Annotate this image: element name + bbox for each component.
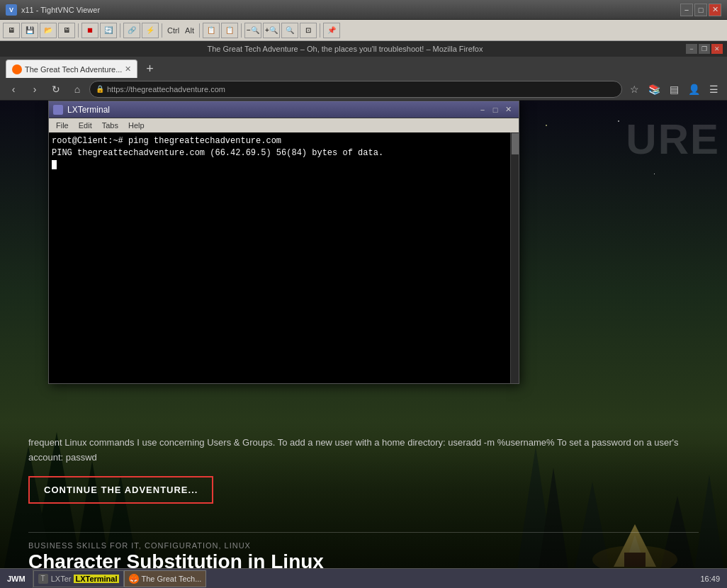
tb-sep-5 <box>241 23 242 38</box>
taskbar-firefox-label: The Great Tech... <box>142 575 202 583</box>
vnc-icon: V <box>6 4 17 16</box>
vnc-tb-alt[interactable]: Alt <box>183 26 196 35</box>
tb-sep-2 <box>120 23 120 38</box>
vnc-close-btn[interactable]: ✕ <box>709 4 721 16</box>
vnc-tb-link[interactable]: 🔗 <box>123 23 140 38</box>
vnc-tb-conn[interactable]: 🖥 <box>58 23 75 38</box>
vnc-tb-zoom-fit[interactable]: 🔍 <box>281 23 298 38</box>
vnc-tb-open[interactable]: 📂 <box>40 23 57 38</box>
firefox-forward-btn[interactable]: › <box>26 80 44 98</box>
site-heading-partial: URE <box>626 115 720 164</box>
lxt-menubar: File Edit Tabs Help <box>49 118 519 132</box>
lxt-menu-tabs[interactable]: Tabs <box>98 119 123 132</box>
firefox-back-btn[interactable]: ‹ <box>4 80 23 98</box>
firefox-maximize-btn[interactable]: ❐ <box>699 44 710 54</box>
terminal-cursor-line <box>52 159 516 169</box>
lxt-terminal-body[interactable]: root@Client:~# ping thegreattechadventur… <box>49 132 519 383</box>
tb-sep-1 <box>78 23 79 38</box>
terminal-line-2: PING thegreattechadventure.com (66.42.69… <box>52 147 516 159</box>
vnc-window: V x11 - TightVNC Viewer − □ ✕ 🖥 💾 📂 🖥 ⏹ … <box>0 0 727 588</box>
firefox-secure-icon: 🔒 <box>96 85 104 93</box>
lxt-scrollbar[interactable] <box>510 132 519 383</box>
firefox-new-tab-btn[interactable]: + <box>140 60 159 78</box>
taskbar-lxt-highlight: LXTerminal <box>74 575 118 583</box>
lxt-menu-edit[interactable]: Edit <box>74 119 96 132</box>
lxterminal-window: LXTerminal − □ ✕ File Edit Tabs Help roo… <box>48 101 519 384</box>
firefox-favicon <box>12 64 22 74</box>
vnc-tb-zoom-in[interactable]: +🔍 <box>263 23 280 38</box>
tb-sep-4 <box>199 23 200 38</box>
browser-content-area: URE frequent Linux commands I use concer… <box>0 101 727 588</box>
vnc-window-controls: − □ ✕ <box>680 4 721 16</box>
lxt-maximize-btn[interactable]: □ <box>489 104 502 115</box>
firefox-reload-btn[interactable]: ↻ <box>47 80 65 98</box>
firefox-tabs-bar: The Great Tech Adventure... ✕ + <box>0 57 727 78</box>
firefox-window-controls: − ❐ ✕ <box>686 44 723 54</box>
vnc-tb-options[interactable]: 📌 <box>323 23 340 38</box>
terminal-line-1: root@Client:~# ping thegreattechadventur… <box>52 135 516 147</box>
lxt-titlebar: LXTerminal − □ ✕ <box>49 101 519 118</box>
lxt-close-btn[interactable]: ✕ <box>502 104 514 115</box>
firefox-library-btn[interactable]: 📚 <box>645 80 663 98</box>
continue-adventure-btn[interactable]: CONTINUE THE ADVENTURE... <box>28 476 213 504</box>
firefox-titlebar: The Great Tech Adventure – Oh, the place… <box>0 41 727 57</box>
vnc-tb-fullscreen[interactable]: ⊡ <box>300 23 317 38</box>
vnc-tb-new[interactable]: 🖥 <box>3 23 20 38</box>
firefox-menu-btn[interactable]: ☰ <box>704 80 723 98</box>
vnc-maximize-btn[interactable]: □ <box>694 4 707 16</box>
firefox-url-bar[interactable]: 🔒 https://thegreattechadventure.com <box>89 81 622 98</box>
firefox-home-btn[interactable]: ⌂ <box>68 80 86 98</box>
firefox-minimize-btn[interactable]: − <box>686 44 697 54</box>
firefox-tab-title: The Great Tech Adventure... <box>25 65 122 74</box>
site-footer-tags: BUSINESS SKILLS FOR IT, CONFIGURATION, L… <box>28 541 699 550</box>
firefox-window-title: The Great Tech Adventure – Oh, the place… <box>4 45 686 53</box>
tb-sep-6 <box>320 23 320 38</box>
taskbar-jwm-label: JWM <box>0 569 33 588</box>
vnc-tb-save[interactable]: 💾 <box>21 23 38 38</box>
tb-sep-3 <box>162 23 162 38</box>
vnc-titlebar: V x11 - TightVNC Viewer − □ ✕ <box>0 0 727 20</box>
vnc-tb-stop[interactable]: ⏹ <box>81 23 98 38</box>
firefox-url-text: https://thegreattechadventure.com <box>107 85 616 94</box>
firefox-tab-active[interactable]: The Great Tech Adventure... ✕ <box>6 60 137 78</box>
vnc-tb-power[interactable]: ⚡ <box>142 23 159 38</box>
lxt-icon <box>53 105 63 115</box>
firefox-tab-close-btn[interactable]: ✕ <box>125 64 131 74</box>
taskbar-lxt-label-prefix: LXTer <box>51 575 72 583</box>
website-content-overlay: frequent Linux commands I use concerning… <box>0 422 727 588</box>
vnc-minimize-btn[interactable]: − <box>680 4 693 16</box>
lxt-scrollbar-thumb[interactable] <box>512 133 519 154</box>
vnc-title: x11 - TightVNC Viewer <box>21 6 680 14</box>
firefox-close-btn[interactable]: ✕ <box>711 44 723 54</box>
lxt-title: LXTerminal <box>67 105 476 115</box>
site-body-text: frequent Linux commands I use concerning… <box>28 436 699 465</box>
vnc-tb-clipboard-in[interactable]: 📋 <box>203 23 220 38</box>
firefox-bookmarks-btn[interactable]: ☆ <box>625 80 643 98</box>
lxt-minimize-btn[interactable]: − <box>476 104 489 115</box>
lxt-menu-file[interactable]: File <box>52 119 73 132</box>
vnc-tb-ctrl[interactable]: Ctrl <box>165 26 181 35</box>
vnc-tb-refresh[interactable]: 🔄 <box>100 23 117 38</box>
taskbar-clock: 16:49 <box>693 575 727 583</box>
taskbar-item-lxterminal[interactable]: T LXTer LXTerminal <box>33 570 124 587</box>
vnc-tb-clipboard-out[interactable]: 📋 <box>221 23 238 38</box>
taskbar: JWM T LXTer LXTerminal 🦊 The Great Tech.… <box>0 568 727 588</box>
lxt-menu-help[interactable]: Help <box>124 119 149 132</box>
firefox-sidebar-btn[interactable]: ▤ <box>665 80 683 98</box>
taskbar-item-firefox[interactable]: 🦊 The Great Tech... <box>124 570 207 587</box>
site-divider <box>28 532 699 533</box>
terminal-cursor <box>52 160 57 169</box>
taskbar-lxt-icon: T <box>38 574 48 584</box>
vnc-tb-zoom-out[interactable]: −🔍 <box>244 23 261 38</box>
firefox-account-btn[interactable]: 👤 <box>684 80 703 98</box>
firefox-navbar: ‹ › ↻ ⌂ 🔒 https://thegreattechadventure.… <box>0 78 727 101</box>
vnc-toolbar: 🖥 💾 📂 🖥 ⏹ 🔄 🔗 ⚡ Ctrl Alt 📋 📋 −🔍 +🔍 🔍 ⊡ 📌 <box>0 20 727 41</box>
firefox-window: The Great Tech Adventure – Oh, the place… <box>0 41 727 588</box>
firefox-nav-right: ☆ 📚 ▤ 👤 ☰ <box>625 80 723 98</box>
taskbar-firefox-icon: 🦊 <box>129 574 139 584</box>
